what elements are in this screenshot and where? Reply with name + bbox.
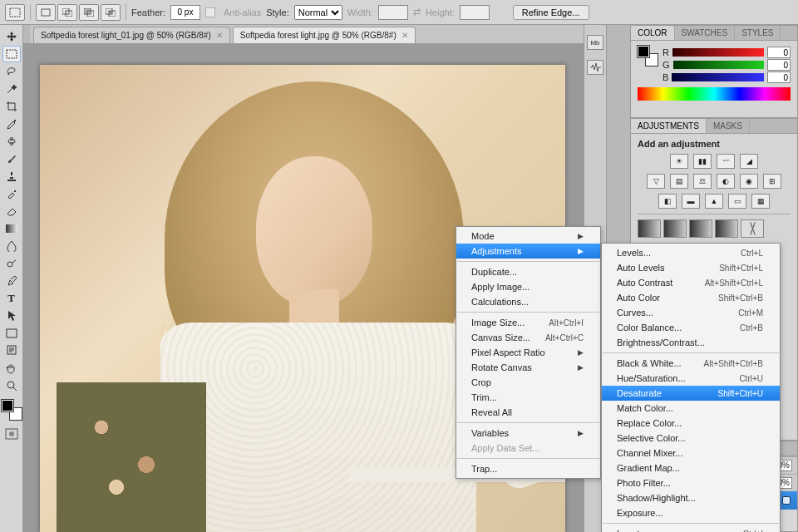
history-brush-tool[interactable] <box>2 185 21 202</box>
close-icon[interactable]: ✕ <box>216 31 223 40</box>
menu-item[interactable]: Auto ContrastAlt+Shift+Ctrl+L <box>602 275 780 290</box>
menu-item[interactable]: Levels...Ctrl+L <box>602 245 780 260</box>
crop-tool[interactable] <box>2 98 21 115</box>
hand-tool[interactable] <box>2 360 21 377</box>
menu-item[interactable]: Trim... <box>456 390 600 405</box>
balance-icon[interactable]: ⚖ <box>693 174 712 189</box>
menu-item[interactable]: Gradient Map... <box>602 461 780 475</box>
pen-tool[interactable] <box>2 273 21 289</box>
dock-icon[interactable]: Mb <box>587 35 603 50</box>
menu-item[interactable]: Color Balance...Ctrl+B <box>602 320 780 335</box>
poster-icon[interactable]: ▬ <box>682 194 700 209</box>
marquee-preset[interactable] <box>5 4 25 21</box>
eyedropper-tool[interactable] <box>2 116 21 132</box>
marquee-tool[interactable] <box>2 46 21 62</box>
heal-tool[interactable] <box>2 133 21 150</box>
eraser-tool[interactable] <box>2 203 21 219</box>
menu-item[interactable]: Crop <box>456 375 600 390</box>
document-tab[interactable]: Softpedia forest light.jpg @ 50% (RGB/8#… <box>233 27 416 43</box>
preset[interactable] <box>715 219 738 238</box>
menu-item[interactable]: Variables▶ <box>456 426 600 441</box>
invert-icon[interactable]: ◧ <box>658 194 677 209</box>
preset[interactable] <box>741 219 764 238</box>
lasso-tool[interactable] <box>2 63 21 80</box>
menu-item[interactable]: Calculations... <box>456 294 600 309</box>
intersect-selection[interactable] <box>101 4 121 21</box>
menu-item[interactable]: Hue/Saturation...Ctrl+U <box>602 371 780 386</box>
feather-input[interactable] <box>170 5 200 20</box>
exposure-icon[interactable]: ◢ <box>740 154 758 169</box>
document-tab[interactable]: Softpedia forest light_01.jpg @ 50% (RGB… <box>33 27 230 43</box>
preset[interactable] <box>638 219 661 238</box>
tab-styles[interactable]: STYLES <box>735 26 781 40</box>
refine-edge-button[interactable]: Refine Edge... <box>513 5 589 20</box>
menu-item[interactable]: Image Size...Alt+Ctrl+I <box>456 315 600 330</box>
bw-icon[interactable]: ◐ <box>717 174 735 189</box>
r-input[interactable] <box>767 47 791 58</box>
shape-tool[interactable] <box>2 325 21 342</box>
wand-tool[interactable] <box>2 81 21 97</box>
new-selection[interactable] <box>36 4 56 21</box>
curves-icon[interactable]: 〰 <box>717 154 735 169</box>
notes-tool[interactable] <box>2 342 21 359</box>
tab-swatches[interactable]: SWATCHES <box>675 26 736 40</box>
brush-tool[interactable] <box>2 150 21 167</box>
menu-item[interactable]: Trap... <box>456 461 600 476</box>
menu-item[interactable]: Auto ColorShift+Ctrl+B <box>602 290 780 305</box>
preset[interactable] <box>663 219 687 238</box>
menu-item[interactable]: Rotate Canvas▶ <box>456 360 600 375</box>
menu-item[interactable]: Exposure... <box>602 505 780 520</box>
r-slider[interactable] <box>672 48 764 57</box>
menu-item[interactable]: Photo Filter... <box>602 475 780 490</box>
menu-item[interactable]: Match Color... <box>602 401 780 416</box>
levels-icon[interactable]: ▮▮ <box>693 154 712 169</box>
hue-icon[interactable]: ▤ <box>670 174 688 189</box>
b-input[interactable] <box>767 71 791 83</box>
preset[interactable] <box>689 219 712 238</box>
dock-icon[interactable] <box>587 60 603 75</box>
menu-item[interactable]: Reveal All <box>456 405 600 420</box>
tab-color[interactable]: COLOR <box>631 26 675 40</box>
menu-item[interactable]: Adjustments▶ <box>456 244 600 259</box>
menu-item[interactable]: Selective Color... <box>602 431 780 446</box>
style-select[interactable]: Normal <box>294 5 342 20</box>
threshold-icon[interactable]: ▲ <box>705 194 723 209</box>
menu-item[interactable]: Channel Mixer... <box>602 446 780 461</box>
menu-item[interactable]: Mode▶ <box>456 229 600 244</box>
blur-tool[interactable] <box>2 238 21 254</box>
move-tool[interactable] <box>2 28 21 45</box>
menu-item[interactable]: Curves...Ctrl+M <box>602 305 780 320</box>
menu-item[interactable]: Duplicate... <box>456 264 600 279</box>
menu-item[interactable]: Black & White...Alt+Shift+Ctrl+B <box>602 356 780 371</box>
type-tool[interactable]: T <box>2 290 21 307</box>
close-icon[interactable]: ✕ <box>401 31 408 40</box>
filter-icon[interactable]: ◉ <box>740 174 758 189</box>
menu-item[interactable]: Shadow/Highlight... <box>602 490 780 505</box>
menu-item[interactable]: Replace Color... <box>602 416 780 431</box>
quickmask-tool[interactable] <box>2 426 21 442</box>
menu-item[interactable]: Auto LevelsShift+Ctrl+L <box>602 260 780 275</box>
menu-item[interactable]: Apply Image... <box>456 279 600 294</box>
g-input[interactable] <box>767 59 791 71</box>
spectrum-ramp[interactable] <box>638 87 791 101</box>
menu-item[interactable]: InvertCtrl+I <box>602 526 780 532</box>
zoom-tool[interactable] <box>2 377 21 394</box>
tab-masks[interactable]: MASKS <box>707 119 750 133</box>
gradient-tool[interactable] <box>2 220 21 237</box>
dodge-tool[interactable] <box>2 255 21 272</box>
add-selection[interactable] <box>57 4 77 21</box>
path-select-tool[interactable] <box>2 308 21 324</box>
menu-item[interactable]: Canvas Size...Alt+Ctrl+C <box>456 330 600 345</box>
subtract-selection[interactable] <box>79 4 99 21</box>
stamp-tool[interactable] <box>2 168 21 185</box>
gradmap-icon[interactable]: ▭ <box>728 194 746 209</box>
b-slider[interactable] <box>672 73 764 81</box>
vibrance-icon[interactable]: ▽ <box>647 174 665 189</box>
color-swatches[interactable] <box>2 400 22 420</box>
brightness-icon[interactable]: ☀ <box>670 154 688 169</box>
mixer-icon[interactable]: ⊞ <box>763 174 781 189</box>
menu-item[interactable]: Brightness/Contrast... <box>602 335 780 350</box>
menu-item[interactable]: DesaturateShift+Ctrl+U <box>602 386 780 401</box>
tab-adjustments[interactable]: ADJUSTMENTS <box>631 119 707 133</box>
g-slider[interactable] <box>673 61 764 69</box>
